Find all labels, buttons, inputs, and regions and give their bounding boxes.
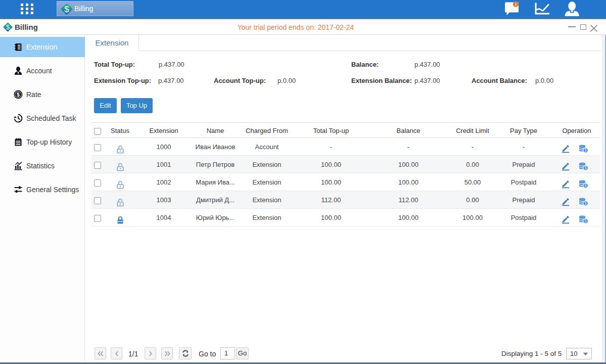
svg-text:$: $ (584, 218, 587, 223)
svg-text:$: $ (584, 165, 587, 170)
svg-text:$: $ (17, 92, 20, 98)
svg-text:!: ! (515, 2, 517, 7)
svg-text:$: $ (584, 148, 587, 153)
svg-text:$: $ (584, 183, 587, 188)
svg-text:$: $ (64, 5, 69, 14)
svg-text:$: $ (584, 201, 587, 206)
